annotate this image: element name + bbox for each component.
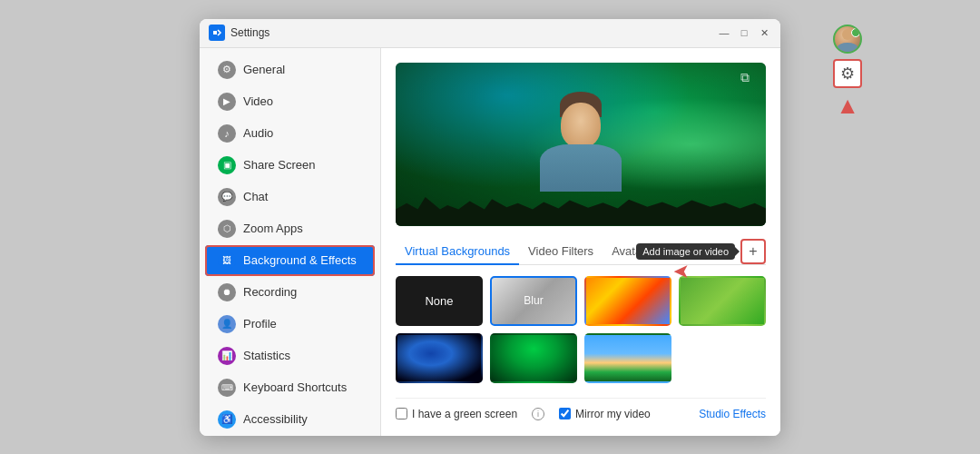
- body: [540, 144, 622, 192]
- maximize-button[interactable]: □: [737, 25, 751, 40]
- share-screen-icon: ▣: [218, 156, 236, 174]
- bg-beach[interactable]: [584, 333, 671, 383]
- sidebar-item-video[interactable]: ▶ Video: [205, 86, 375, 117]
- sidebar-item-background-effects[interactable]: 🖼 Background & Effects: [205, 245, 375, 276]
- bg-aurora[interactable]: [490, 333, 577, 383]
- green-screen-label[interactable]: I have a green screen: [396, 408, 517, 420]
- bg-none[interactable]: None: [396, 276, 483, 326]
- footer-controls: I have a green screen i Mirror my video …: [396, 398, 766, 420]
- sidebar: ⚙ General ▶ Video ♪ Audio: [200, 48, 381, 436]
- background-effects-icon: 🖼: [218, 252, 236, 270]
- right-arrow-icon: ➤: [673, 262, 690, 281]
- main-content: ⧉ Virtual Backgrounds Video Filters Avat…: [381, 48, 780, 436]
- sidebar-item-accessibility[interactable]: ♿ Accessibility: [205, 404, 375, 435]
- zoom-apps-icon: ⬡: [218, 220, 236, 238]
- avatar-body: [838, 43, 858, 52]
- titlebar: Settings — □ ✕: [200, 19, 780, 48]
- tabs-row: Virtual Backgrounds Video Filters Avatar…: [396, 239, 766, 265]
- video-preview: ⧉: [396, 63, 766, 226]
- backgrounds-grid: None Blur: [396, 276, 766, 383]
- gear-button[interactable]: ⚙: [833, 59, 862, 88]
- mirror-video-checkbox[interactable]: [559, 408, 571, 419]
- arrow-to-add-button: ➤: [673, 262, 690, 281]
- window-title: Settings: [230, 26, 717, 39]
- tab-video-filters[interactable]: Video Filters: [519, 239, 603, 265]
- online-status-dot: [851, 28, 860, 37]
- statistics-icon: 📊: [218, 347, 236, 365]
- info-icon[interactable]: i: [532, 408, 544, 420]
- sidebar-item-recording[interactable]: ⏺ Recording: [205, 277, 375, 308]
- recording-icon: ⏺: [218, 283, 236, 301]
- copy-icon[interactable]: ⧉: [740, 70, 759, 88]
- topright-panel: ⚙ ▲: [833, 19, 862, 117]
- add-tooltip: Add image or video: [636, 243, 735, 260]
- general-icon: ⚙: [218, 61, 236, 79]
- sidebar-item-general[interactable]: ⚙ General: [205, 54, 375, 85]
- face: [561, 103, 601, 148]
- studio-effects-link[interactable]: Studio Effects: [699, 408, 766, 420]
- app-icon: [209, 25, 225, 41]
- sidebar-item-statistics[interactable]: 📊 Statistics: [205, 340, 375, 371]
- video-icon: ▶: [218, 93, 236, 111]
- close-button[interactable]: ✕: [757, 25, 771, 40]
- green-screen-checkbox[interactable]: [396, 408, 407, 419]
- chat-icon: 💬: [218, 188, 236, 206]
- keyboard-shortcuts-icon: ⌨: [218, 379, 236, 397]
- settings-window: Settings — □ ✕ ⚙ General ▶: [200, 19, 780, 436]
- window-body: ⚙ General ▶ Video ♪ Audio: [200, 48, 780, 436]
- profile-icon: 👤: [218, 315, 236, 333]
- mirror-video-label[interactable]: Mirror my video: [559, 408, 651, 420]
- window-controls: — □ ✕: [717, 25, 771, 40]
- add-image-button[interactable]: +: [740, 239, 766, 264]
- up-arrow-indicator: ▲: [836, 94, 859, 117]
- audio-icon: ♪: [218, 124, 236, 143]
- minimize-button[interactable]: —: [717, 25, 731, 40]
- sidebar-item-share-screen[interactable]: ▣ Share Screen: [205, 150, 375, 181]
- sidebar-item-zoom-apps[interactable]: ⬡ Zoom Apps: [205, 213, 375, 244]
- bg-grass[interactable]: [679, 276, 766, 326]
- sidebar-item-chat[interactable]: 💬 Chat: [205, 182, 375, 212]
- person-preview: [535, 92, 626, 192]
- sidebar-item-keyboard-shortcuts[interactable]: ⌨ Keyboard Shortcuts: [205, 372, 375, 403]
- user-avatar[interactable]: [833, 25, 862, 54]
- tab-virtual-backgrounds[interactable]: Virtual Backgrounds: [396, 239, 519, 265]
- sidebar-item-profile[interactable]: 👤 Profile: [205, 309, 375, 340]
- sidebar-item-audio[interactable]: ♪ Audio: [205, 118, 375, 149]
- bg-blur[interactable]: Blur: [490, 276, 577, 326]
- bg-golden-gate[interactable]: [584, 276, 671, 326]
- bg-earth[interactable]: [396, 333, 483, 383]
- gear-icon: ⚙: [840, 64, 855, 84]
- add-button-area: Add image or video +: [740, 239, 766, 264]
- plus-icon: +: [749, 244, 757, 259]
- accessibility-icon: ♿: [218, 410, 236, 429]
